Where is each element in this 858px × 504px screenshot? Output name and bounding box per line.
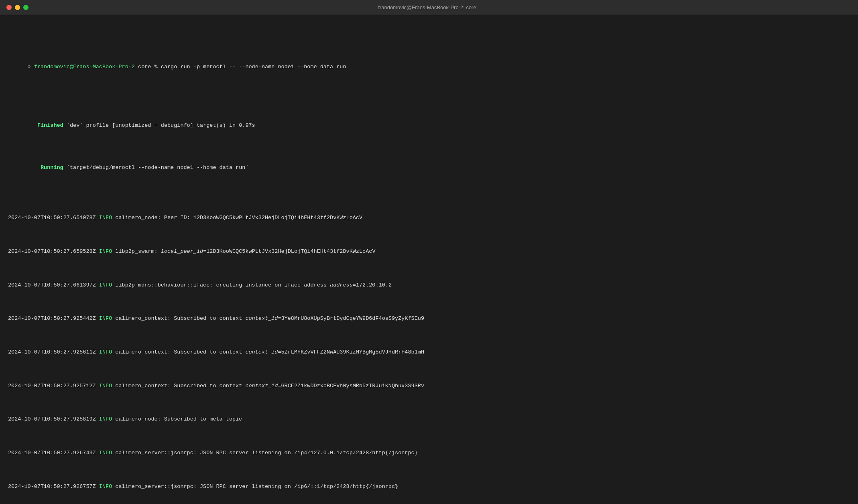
running-detail: `target/debug/meroctl --node-name node1 … <box>63 165 249 171</box>
terminal-content[interactable]: ○ frandomovic@Frans-MacBook-Pro-2 core %… <box>0 15 858 504</box>
log-line-1: 2024-10-07T10:50:27.651078Z INFO calimer… <box>8 214 850 222</box>
command-prompt-line: ○ frandomovic@Frans-MacBook-Pro-2 core %… <box>8 55 850 80</box>
log-line-3: 2024-10-07T10:50:27.661397Z INFO libp2p_… <box>8 281 850 290</box>
terminal-window: frandomovic@Frans-MacBook-Pro-2: core ○ … <box>0 0 858 504</box>
maximize-button[interactable] <box>23 5 28 10</box>
prompt-command: cargo run -p meroctl -- --node-name node… <box>161 64 346 70</box>
log-line-6: 2024-10-07T10:50:27.925712Z INFO calimer… <box>8 382 850 390</box>
finished-label: Finished <box>28 122 63 128</box>
window-title: frandomovic@Frans-MacBook-Pro-2: core <box>35 4 819 10</box>
minimize-button[interactable] <box>15 5 20 10</box>
build-finished-line: Finished `dev` profile [unoptimized + de… <box>8 113 850 138</box>
prompt-user: frandomovic@Frans-MacBook-Pro-2 <box>34 64 135 70</box>
finished-detail: `dev` profile [unoptimized + debuginfo] … <box>63 122 255 128</box>
log-line-8: 2024-10-07T10:50:27.926743Z INFO calimer… <box>8 449 850 457</box>
running-label: Running <box>28 165 63 171</box>
close-button[interactable] <box>6 5 12 10</box>
title-bar: frandomovic@Frans-MacBook-Pro-2: core <box>0 0 858 15</box>
prompt-dir: core % <box>135 64 161 70</box>
prompt-circle: ○ <box>28 64 34 70</box>
traffic-lights <box>6 5 28 10</box>
log-line-9: 2024-10-07T10:50:27.926757Z INFO calimer… <box>8 483 850 491</box>
log-line-2: 2024-10-07T10:50:27.659528Z INFO libp2p_… <box>8 248 850 256</box>
log-line-7: 2024-10-07T10:50:27.925819Z INFO calimer… <box>8 415 850 424</box>
log-line-4: 2024-10-07T10:50:27.925442Z INFO calimer… <box>8 315 850 323</box>
log-line-5: 2024-10-07T10:50:27.925611Z INFO calimer… <box>8 348 850 357</box>
build-running-line: Running `target/debug/meroctl --node-nam… <box>8 155 850 181</box>
